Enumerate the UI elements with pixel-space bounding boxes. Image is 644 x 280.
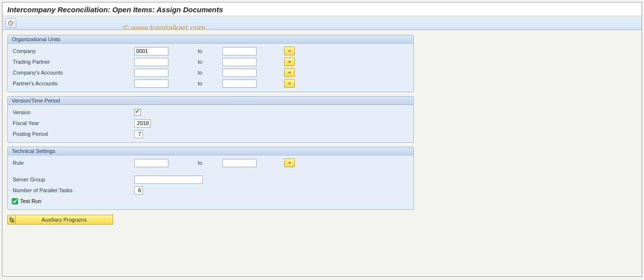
arrow-right-icon [286, 49, 292, 53]
row-test-run: Test Run [12, 196, 409, 206]
company-multiple-selection-button[interactable] [284, 47, 295, 55]
group-title-version: Version/Time Period [8, 97, 413, 105]
label-posting-period: Posting Period [12, 131, 134, 137]
label-partner-accounts: Partner's Accounts [12, 80, 134, 86]
label-rule: Rule [12, 160, 134, 166]
label-trading-partner: Trading Partner [12, 59, 134, 65]
group-title-technical: Technical Settings [8, 147, 413, 155]
label-fiscal-year: Fiscal Year [12, 120, 134, 126]
label-parallel-tasks: Number of Parallel Tasks [12, 187, 134, 193]
partner-accounts-to-input[interactable] [222, 79, 257, 88]
to-label: to [168, 59, 222, 65]
auxiliary-programs-button[interactable]: Auxiliary Programs [15, 215, 113, 225]
group-version-time: Version/Time Period Version Fiscal Year … [7, 96, 414, 143]
arrow-right-icon [286, 160, 292, 165]
arrow-right-icon [286, 70, 292, 75]
row-parallel-tasks: Number of Parallel Tasks [12, 185, 409, 196]
app-toolbar [2, 16, 642, 30]
row-company: Company to [12, 46, 409, 56]
company-accounts-multiple-selection-button[interactable] [284, 68, 295, 77]
rule-multiple-selection-button[interactable] [284, 158, 295, 167]
rule-to-input[interactable] [222, 159, 257, 167]
group-org-units: Organizational Units Company to Trading … [7, 35, 414, 92]
aux-toolbar: Auxiliary Programs [7, 215, 637, 225]
posting-period-input[interactable] [134, 130, 143, 138]
rule-from-input[interactable] [134, 159, 168, 167]
row-rule: Rule to [12, 157, 409, 168]
group-technical: Technical Settings Rule to Server Group [7, 147, 414, 210]
group-title-org: Organizational Units [8, 35, 413, 44]
partner-accounts-from-input[interactable] [134, 79, 168, 88]
trading-partner-from-input[interactable] [134, 58, 168, 66]
company-accounts-from-input[interactable] [134, 69, 168, 77]
row-company-accounts: Company's Accounts to [12, 67, 409, 78]
trading-partner-multiple-selection-button[interactable] [284, 57, 295, 66]
server-group-input[interactable] [134, 176, 203, 184]
partner-accounts-multiple-selection-button[interactable] [284, 79, 295, 88]
fiscal-year-input[interactable] [134, 119, 151, 127]
svg-rect-1 [9, 217, 11, 219]
row-partner-accounts: Partner's Accounts to [12, 78, 409, 89]
tree-icon [9, 217, 14, 223]
to-label: to [168, 70, 222, 76]
parallel-tasks-input[interactable] [134, 186, 143, 195]
app-window: Intercompany Reconciliation: Open Items:… [2, 2, 642, 277]
label-test-run: Test Run [20, 198, 41, 204]
row-version: Version [12, 107, 409, 118]
svg-rect-3 [12, 221, 14, 223]
to-label: to [168, 160, 222, 166]
row-server-group: Server Group [12, 174, 409, 185]
arrow-right-icon [286, 59, 292, 64]
row-trading-partner: Trading Partner to [12, 56, 409, 67]
version-checkbox[interactable] [134, 109, 141, 116]
trading-partner-to-input[interactable] [222, 58, 257, 66]
company-to-input[interactable] [222, 47, 257, 55]
test-run-checkbox[interactable] [12, 198, 18, 204]
row-posting-period: Posting Period [12, 128, 409, 139]
label-company-accounts: Company's Accounts [12, 70, 134, 76]
execute-button[interactable] [5, 18, 16, 28]
label-server-group: Server Group [12, 177, 134, 182]
label-version: Version [12, 109, 134, 115]
arrow-right-icon [286, 81, 292, 86]
page-title: Intercompany Reconciliation: Open Items:… [2, 2, 642, 16]
label-company: Company [12, 48, 134, 54]
clock-icon [8, 20, 14, 26]
row-fiscal-year: Fiscal Year [12, 118, 409, 128]
svg-rect-2 [12, 219, 14, 221]
company-accounts-to-input[interactable] [222, 69, 257, 77]
to-label: to [168, 80, 222, 86]
content-area: Organizational Units Company to Trading … [2, 30, 642, 275]
to-label: to [168, 48, 222, 54]
company-from-input[interactable] [134, 47, 168, 55]
expand-tree-button[interactable] [7, 215, 15, 225]
